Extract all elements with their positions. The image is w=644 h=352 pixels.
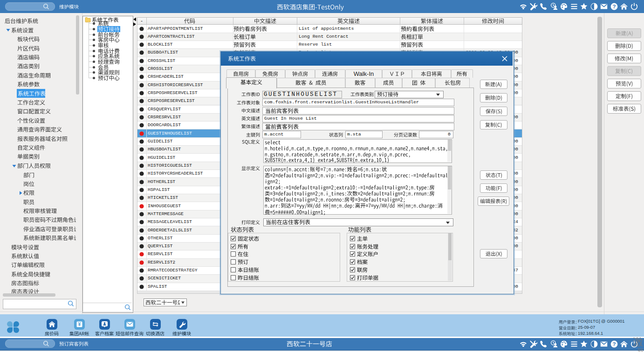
svg-text:¥: ¥: [78, 321, 81, 327]
svg-text:?: ?: [612, 4, 616, 9]
svg-text:?: ?: [612, 341, 616, 347]
